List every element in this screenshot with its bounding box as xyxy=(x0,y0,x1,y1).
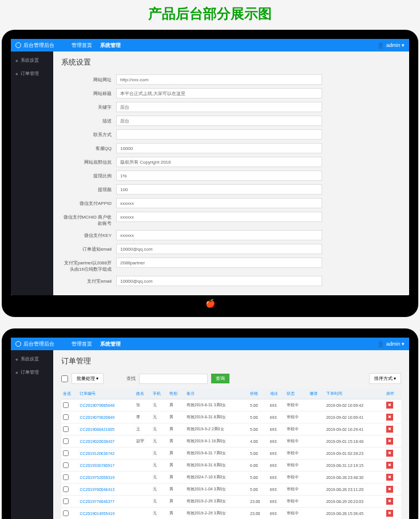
order-no[interactable]: CC2019778046377 xyxy=(78,496,134,508)
cell-price: 23.00 xyxy=(248,496,268,508)
cell-note: 有效2019-8-31 8男0女 xyxy=(185,411,248,423)
row-action[interactable]: ✖ xyxy=(385,459,401,472)
row-checkbox[interactable] xyxy=(63,414,69,420)
order-no[interactable]: CC2019780046413 xyxy=(78,484,134,496)
order-no[interactable]: CC2019336780917 xyxy=(78,459,134,472)
row-checkbox[interactable] xyxy=(63,510,69,516)
row-checkbox[interactable] xyxy=(63,438,69,444)
form-input[interactable] xyxy=(116,212,322,222)
order-no[interactable]: CC2019120636742 xyxy=(78,447,134,459)
cell-time: 2019-09-01 02:28:23 xyxy=(324,447,384,459)
select-all-checkbox[interactable] xyxy=(61,375,68,382)
form-input[interactable] xyxy=(116,102,322,112)
monitor-orders: 后台管理后台 管理首页 系统管理 👤 admin ▾ 系统设置 订单管理 订单管… xyxy=(2,328,418,519)
table-row: CC2019079020849李无男有效2019-8-31 8男0女5.0069… xyxy=(61,411,401,423)
form-row: 微信支付MCHID 商户收款账号 xyxy=(61,212,401,227)
cell-invite xyxy=(308,399,324,411)
row-checkbox[interactable] xyxy=(63,474,69,480)
form-row: 支付宝email xyxy=(61,276,401,286)
nav-system[interactable]: 系统管理 xyxy=(100,42,121,49)
form-label: 关键字 xyxy=(61,102,116,110)
search-input[interactable] xyxy=(139,374,208,384)
form-row: 订单通知email xyxy=(61,244,401,254)
row-action[interactable]: ✖ xyxy=(385,423,401,435)
delete-icon[interactable]: ✖ xyxy=(386,510,393,517)
cell-name xyxy=(134,459,151,472)
sidebar-item-settings-2[interactable]: 系统设置 xyxy=(11,352,53,366)
delete-icon[interactable]: ✖ xyxy=(386,450,393,457)
cell-gender: 男 xyxy=(168,484,184,496)
order-no[interactable]: CC2019088421605 xyxy=(78,423,134,435)
form-input[interactable] xyxy=(116,230,322,240)
form-row: 提现额 xyxy=(61,184,401,195)
cell-note: 有效2019-8-31 8男0女 xyxy=(185,459,248,472)
cell-status: 审核中 xyxy=(285,496,308,508)
delete-icon[interactable]: ✖ xyxy=(386,462,393,469)
order-no[interactable]: CC2019014955419 xyxy=(78,508,134,520)
row-action[interactable]: ✖ xyxy=(385,447,401,459)
form-row: 描述 xyxy=(61,116,401,126)
nav-system-2[interactable]: 系统管理 xyxy=(100,340,121,348)
cell-price: 23.00 xyxy=(248,508,268,520)
sidebar-item-settings[interactable]: 系统设置 xyxy=(11,54,53,67)
cell-phone: 无 xyxy=(151,399,168,411)
order-no[interactable]: CC2019752058319 xyxy=(78,472,134,484)
cell-time: 2019-09-02 16:09:41 xyxy=(324,411,384,423)
user-area-2[interactable]: 👤 admin ▾ xyxy=(377,341,405,347)
search-button[interactable]: 查询 xyxy=(211,374,229,383)
row-action[interactable]: ✖ xyxy=(385,496,401,508)
row-action[interactable]: ✖ xyxy=(385,508,401,520)
row-checkbox[interactable] xyxy=(63,486,69,492)
sort-dropdown[interactable]: 排序方式 ▾ xyxy=(369,373,401,384)
delete-icon[interactable]: ✖ xyxy=(386,426,393,433)
order-no[interactable]: CC2019079020849 xyxy=(78,411,134,423)
form-input[interactable] xyxy=(116,74,322,85)
row-checkbox[interactable] xyxy=(63,462,69,468)
bulk-action-dropdown[interactable]: 批量处理 ▾ xyxy=(72,373,104,384)
row-action[interactable]: ✖ xyxy=(385,472,401,484)
form-input[interactable] xyxy=(116,129,322,140)
row-checkbox[interactable] xyxy=(63,426,69,432)
form-input[interactable] xyxy=(116,257,322,268)
order-no[interactable]: CC2019020038437 xyxy=(78,435,134,447)
form-input[interactable] xyxy=(116,244,322,254)
delete-icon[interactable]: ✖ xyxy=(386,438,393,445)
form-input[interactable] xyxy=(116,157,322,167)
row-checkbox[interactable] xyxy=(63,402,69,408)
table-header[interactable]: 全选 xyxy=(61,389,78,399)
nav-home[interactable]: 管理首页 xyxy=(72,42,92,49)
cell-invite xyxy=(308,447,324,459)
user-area[interactable]: 👤 admin ▾ xyxy=(377,42,405,49)
cell-invite xyxy=(308,435,324,447)
row-action[interactable]: ✖ xyxy=(385,399,401,411)
delete-icon[interactable]: ✖ xyxy=(386,414,393,421)
row-checkbox[interactable] xyxy=(63,498,69,504)
cell-gender: 男 xyxy=(168,411,184,423)
row-action[interactable]: ✖ xyxy=(385,435,401,447)
cell-invite xyxy=(308,472,324,484)
delete-icon[interactable]: ✖ xyxy=(386,486,393,493)
order-no[interactable]: CC2019079085648 xyxy=(78,399,134,411)
form-input[interactable] xyxy=(116,184,322,195)
table-header: 备注 xyxy=(185,389,248,399)
nav-home-2[interactable]: 管理首页 xyxy=(72,340,92,348)
row-checkbox[interactable] xyxy=(63,450,69,456)
delete-icon[interactable]: ✖ xyxy=(386,498,393,505)
row-action[interactable]: ✖ xyxy=(385,411,401,423)
form-input[interactable] xyxy=(116,171,322,181)
table-row: CC2019336780917无男有效2019-8-31 8男0女6.00693… xyxy=(61,459,401,472)
delete-icon[interactable]: ✖ xyxy=(386,402,393,409)
form-input[interactable] xyxy=(116,198,322,208)
cell-addr: 693 xyxy=(268,508,285,520)
cell-status: 审核中 xyxy=(285,447,308,459)
cell-price: 5.00 xyxy=(248,447,268,459)
form-input[interactable] xyxy=(116,143,322,153)
delete-icon[interactable]: ✖ xyxy=(386,474,393,481)
form-input[interactable] xyxy=(116,276,322,286)
form-label: 网站标题 xyxy=(61,88,116,97)
form-input[interactable] xyxy=(116,116,322,126)
form-input[interactable] xyxy=(116,88,322,98)
sidebar-item-orders[interactable]: 订单管理 xyxy=(11,67,53,80)
row-action[interactable]: ✖ xyxy=(385,484,401,496)
sidebar-item-orders-2[interactable]: 订单管理 xyxy=(11,366,53,379)
